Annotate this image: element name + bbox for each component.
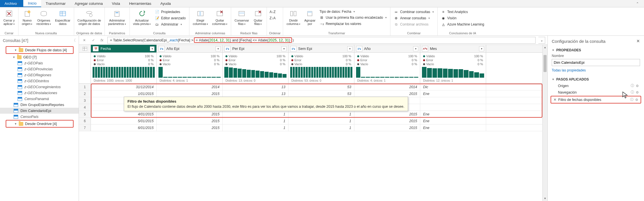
table-cell[interactable]: 2014 <box>157 84 223 90</box>
table-cell[interactable]: 1 <box>288 124 354 131</box>
table-cell[interactable]: Ene <box>420 124 486 131</box>
table-cell[interactable]: 2015 <box>157 111 223 117</box>
query-item[interactable]: z-GEOCorregimientos <box>0 84 79 90</box>
info-icon[interactable]: ⓘ <box>630 97 633 102</box>
gear-icon[interactable]: ⚙ <box>636 90 639 94</box>
vertical-scrollbar[interactable]: ▲ ▼ <box>542 45 547 201</box>
manage-parameters-button[interactable]: Administrar parámetros▾ <box>107 9 127 26</box>
applied-step[interactable]: Navegaciónⓘ⚙ <box>552 89 640 96</box>
settings-close-button[interactable]: ✕ <box>636 39 640 44</box>
table-cell[interactable]: 2015 <box>354 111 420 117</box>
tab-vista[interactable]: Vista <box>107 0 125 7</box>
query-item[interactable]: z-GEODistritos <box>0 78 79 84</box>
combine-files-button[interactable]: ⧉Combinar archivos <box>393 22 435 27</box>
table-cell[interactable]: 2015 <box>354 118 420 124</box>
table-cell[interactable]: 53 <box>288 90 354 97</box>
datatype-icon[interactable]: 1²₃ <box>290 46 296 52</box>
filter-icon[interactable]: ▾ <box>281 46 287 51</box>
table-row[interactable]: 76/01/20152015112015Ene <box>79 124 542 131</box>
table-cell[interactable]: Ene <box>420 90 486 97</box>
tab-agregar-columna[interactable]: Agregar columna <box>70 0 107 7</box>
table-row[interactable]: 54/01/20152015112015Ene <box>79 111 542 118</box>
column-header-ano-epi[interactable]: 1²₃Año Epi▾ <box>157 45 223 52</box>
table-cell[interactable]: 5/01/2015 <box>91 118 157 124</box>
filter-icon[interactable]: ▾ <box>413 46 418 51</box>
table-menu-button[interactable] <box>79 45 91 52</box>
file-menu[interactable]: Archivo▾ <box>0 0 23 7</box>
query-folder-onedrive[interactable]: ▼Desde Onedrive [4] <box>6 121 73 127</box>
append-queries-button[interactable]: ⊕Anexar consultas▾ <box>393 15 435 21</box>
manage-button[interactable]: 🗂Administrar▾ <box>154 22 187 27</box>
text-analytics-button[interactable]: ≡Text Analytics <box>440 9 485 15</box>
enter-data-button[interactable]: Especificar datos <box>54 9 72 26</box>
table-cell[interactable] <box>420 97 486 104</box>
tab-ayuda[interactable]: Ayuda <box>156 0 175 7</box>
query-item[interactable]: z-GEORegiones <box>0 72 79 78</box>
ribbon-collapse-icon[interactable]: ⌃ <box>631 0 644 7</box>
table-cell[interactable]: 2015 <box>354 90 420 97</box>
datatype-icon[interactable]: Aᴮᴄ <box>422 46 428 52</box>
filter-icon[interactable]: ▾ <box>347 46 352 51</box>
column-header-sem-epi[interactable]: 1²₃Sem Epi▾ <box>288 45 354 52</box>
refresh-preview-button[interactable]: Actualizar vista previa▾ <box>132 9 152 26</box>
data-source-settings-button[interactable]: Configuración de origen de datos <box>76 9 102 26</box>
delete-step-icon[interactable]: ✕ <box>553 98 557 102</box>
table-cell[interactable]: 53 <box>288 84 354 90</box>
table-cell[interactable]: 1 <box>223 111 288 117</box>
table-cell[interactable]: 2015 <box>157 90 223 97</box>
advanced-editor-button[interactable]: 📝Editor avanzado <box>154 15 187 21</box>
remove-rows-button[interactable]: Quitar filas▾ <box>252 9 264 26</box>
query-item[interactable]: z-GEOProvincias <box>0 66 79 72</box>
column-header-fecha[interactable]: 📅Fecha▾ <box>91 45 157 52</box>
gear-icon[interactable]: ⚙ <box>636 84 639 88</box>
split-column-button[interactable]: Dividir columna▾ <box>285 9 302 26</box>
table-cell[interactable]: Dic <box>420 84 486 90</box>
scroll-up-icon[interactable]: ▲ <box>543 45 547 50</box>
query-item[interactable]: Dim GrupoEtáreoReportes <box>0 102 79 108</box>
query-folder-geo[interactable]: ▼GEO [7] <box>0 54 79 60</box>
table-cell[interactable]: 31/12/2014 <box>91 84 157 90</box>
table-cell[interactable]: 1 <box>223 124 288 131</box>
table-cell[interactable]: 1 <box>288 111 354 117</box>
scroll-thumb[interactable] <box>543 55 547 72</box>
formula-input[interactable]: = Table.SelectRows(CalendarioEpi_, each … <box>107 37 536 44</box>
query-item[interactable]: CensoPaís <box>0 114 79 120</box>
table-row[interactable]: 131/12/2014201413532014Dic <box>79 84 542 90</box>
remove-columns-button[interactable]: Quitar columnas▾ <box>211 9 229 26</box>
applied-step-selected[interactable]: ✕ Filtro de fechas disponibles ⓘ ⚙ <box>552 96 639 103</box>
info-icon[interactable]: ⓘ <box>631 83 634 88</box>
query-item[interactable]: CensoPanamá <box>0 96 79 102</box>
properties-section-header[interactable]: ▼PROPIEDADES <box>552 46 640 53</box>
query-item[interactable]: z-GEOInstalaciones <box>0 90 79 96</box>
query-name-input[interactable] <box>552 59 640 66</box>
queries-collapse-icon[interactable]: 〈 <box>72 38 76 43</box>
table-cell[interactable]: 1/01/2015 <box>91 90 157 97</box>
table-cell[interactable]: Ene <box>420 111 486 117</box>
table-cell[interactable]: 4/01/2015 <box>91 111 157 117</box>
scroll-down-icon[interactable]: ▼ <box>543 196 547 201</box>
table-cell[interactable]: 13 <box>223 84 288 90</box>
table-cell[interactable]: 1 <box>288 118 354 124</box>
properties-button[interactable]: 📄Propiedades <box>154 9 187 15</box>
table-cell[interactable]: Ene <box>420 118 486 124</box>
formula-expand-button[interactable]: ⌄ <box>538 37 545 44</box>
tab-transformar[interactable]: Transformar <box>41 0 70 7</box>
query-item-selected[interactable]: Dim CalendarioEpi <box>0 108 79 114</box>
table-cell[interactable]: 2015 <box>157 118 223 124</box>
all-properties-link[interactable]: Todas las propiedades <box>552 68 640 73</box>
close-apply-button[interactable]: Cerrar y aplicar▾ <box>2 9 16 26</box>
info-icon[interactable]: ⓘ <box>631 90 634 95</box>
group-by-button[interactable]: Agrupar por <box>303 9 317 26</box>
table-cell[interactable]: 2015 <box>157 124 223 131</box>
datatype-icon[interactable]: 1²₃ <box>356 46 362 52</box>
table-cell[interactable] <box>420 104 486 111</box>
tab-herramientas[interactable]: Herramientas <box>125 0 156 7</box>
data-type-button[interactable]: Tipo de datos: Fecha▾ <box>318 9 388 14</box>
table-cell[interactable]: 2014 <box>354 84 420 90</box>
datatype-icon[interactable]: 1²₃ <box>158 46 165 52</box>
azure-ml-button[interactable]: ◬Azure Machine Learning <box>440 22 485 27</box>
applied-step[interactable]: Origenⓘ⚙ <box>552 82 640 89</box>
table-cell[interactable]: 6/01/2015 <box>91 124 157 131</box>
replace-values-button[interactable]: →₂Reemplazar los valores <box>318 21 388 27</box>
column-header-ano[interactable]: 1²₃Año▾ <box>354 45 420 52</box>
